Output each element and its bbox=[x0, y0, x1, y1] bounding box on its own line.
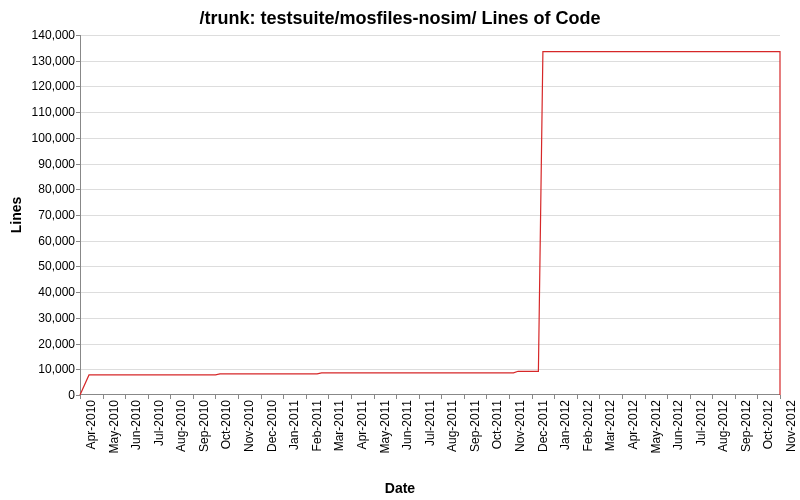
x-tick-label: Sep-2011 bbox=[468, 400, 482, 452]
x-tick-label: May-2011 bbox=[378, 400, 392, 453]
x-tick-mark bbox=[757, 395, 758, 399]
x-tick-label: Nov-2012 bbox=[784, 400, 798, 452]
x-tick-mark bbox=[103, 395, 104, 399]
y-tick-label: 10,000 bbox=[20, 362, 75, 376]
x-tick-label: Jun-2010 bbox=[129, 400, 143, 450]
y-tick-label: 50,000 bbox=[20, 259, 75, 273]
line-series bbox=[80, 35, 780, 395]
x-tick-mark bbox=[374, 395, 375, 399]
x-tick-label: May-2012 bbox=[649, 400, 663, 453]
x-tick-label: Aug-2010 bbox=[174, 400, 188, 452]
y-tick-label: 60,000 bbox=[20, 234, 75, 248]
y-tick-label: 30,000 bbox=[20, 311, 75, 325]
x-tick-label: Oct-2010 bbox=[219, 400, 233, 449]
x-tick-label: Oct-2012 bbox=[761, 400, 775, 449]
x-tick-mark bbox=[396, 395, 397, 399]
x-tick-mark bbox=[599, 395, 600, 399]
y-tick-label: 100,000 bbox=[20, 131, 75, 145]
x-tick-label: Oct-2011 bbox=[490, 400, 504, 449]
x-tick-label: Aug-2012 bbox=[716, 400, 730, 452]
y-tick-label: 120,000 bbox=[20, 79, 75, 93]
x-tick-mark bbox=[283, 395, 284, 399]
x-tick-mark bbox=[464, 395, 465, 399]
x-tick-mark bbox=[486, 395, 487, 399]
chart-title: /trunk: testsuite/mosfiles-nosim/ Lines … bbox=[0, 8, 800, 29]
y-tick-label: 140,000 bbox=[20, 28, 75, 42]
x-tick-mark bbox=[645, 395, 646, 399]
x-tick-label: Sep-2010 bbox=[197, 400, 211, 452]
x-tick-label: Jul-2011 bbox=[423, 400, 437, 446]
x-tick-label: Jul-2010 bbox=[152, 400, 166, 446]
x-tick-mark bbox=[125, 395, 126, 399]
y-tick-label: 130,000 bbox=[20, 54, 75, 68]
x-tick-label: Jan-2011 bbox=[287, 400, 301, 450]
x-tick-label: May-2010 bbox=[107, 400, 121, 453]
x-tick-label: Dec-2010 bbox=[265, 400, 279, 452]
y-tick-label: 90,000 bbox=[20, 157, 75, 171]
x-tick-mark bbox=[170, 395, 171, 399]
x-tick-mark bbox=[419, 395, 420, 399]
y-tick-label: 0 bbox=[20, 388, 75, 402]
x-tick-label: Nov-2011 bbox=[513, 400, 527, 452]
x-tick-mark bbox=[532, 395, 533, 399]
y-tick-label: 20,000 bbox=[20, 337, 75, 351]
x-tick-mark bbox=[215, 395, 216, 399]
x-tick-mark bbox=[306, 395, 307, 399]
x-tick-mark bbox=[554, 395, 555, 399]
x-tick-mark bbox=[441, 395, 442, 399]
x-tick-label: Jul-2012 bbox=[694, 400, 708, 446]
x-tick-mark bbox=[577, 395, 578, 399]
x-tick-mark bbox=[690, 395, 691, 399]
x-tick-label: Apr-2012 bbox=[626, 400, 640, 449]
x-tick-label: Apr-2010 bbox=[84, 400, 98, 449]
x-axis-label: Date bbox=[0, 480, 800, 496]
x-tick-label: Jun-2011 bbox=[400, 400, 414, 450]
y-tick-label: 70,000 bbox=[20, 208, 75, 222]
x-tick-label: Dec-2011 bbox=[536, 400, 550, 452]
x-tick-label: Aug-2011 bbox=[445, 400, 459, 452]
x-tick-label: Mar-2011 bbox=[332, 400, 346, 451]
x-tick-mark bbox=[351, 395, 352, 399]
x-tick-mark bbox=[735, 395, 736, 399]
x-tick-label: Nov-2010 bbox=[242, 400, 256, 452]
y-tick-label: 40,000 bbox=[20, 285, 75, 299]
x-tick-mark bbox=[193, 395, 194, 399]
x-tick-mark bbox=[622, 395, 623, 399]
y-tick-label: 80,000 bbox=[20, 182, 75, 196]
x-tick-label: Feb-2011 bbox=[310, 400, 324, 451]
x-tick-mark bbox=[328, 395, 329, 399]
x-tick-mark bbox=[148, 395, 149, 399]
x-tick-label: Jun-2012 bbox=[671, 400, 685, 450]
x-tick-mark bbox=[667, 395, 668, 399]
x-tick-mark bbox=[712, 395, 713, 399]
x-tick-mark bbox=[261, 395, 262, 399]
x-tick-mark bbox=[509, 395, 510, 399]
x-tick-label: Feb-2012 bbox=[581, 400, 595, 451]
x-tick-mark bbox=[238, 395, 239, 399]
x-tick-label: Apr-2011 bbox=[355, 400, 369, 449]
x-tick-label: Jan-2012 bbox=[558, 400, 572, 450]
y-tick-label: 110,000 bbox=[20, 105, 75, 119]
chart-container: /trunk: testsuite/mosfiles-nosim/ Lines … bbox=[0, 0, 800, 500]
x-tick-label: Mar-2012 bbox=[603, 400, 617, 451]
x-tick-mark bbox=[780, 395, 781, 399]
x-tick-mark bbox=[80, 395, 81, 399]
x-tick-label: Sep-2012 bbox=[739, 400, 753, 452]
